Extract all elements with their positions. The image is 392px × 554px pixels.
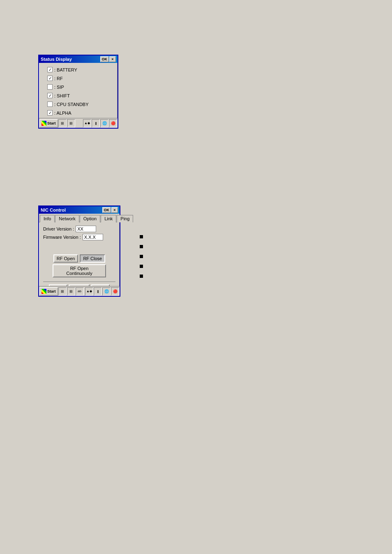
battery-row: : BATTERY bbox=[47, 67, 109, 72]
taskbar-item-1b[interactable]: ⊞ bbox=[67, 119, 75, 127]
start-button-1[interactable]: Start bbox=[39, 119, 58, 127]
taskbar-icon-1b: ⊞ bbox=[69, 121, 73, 125]
taskbar-item-1a[interactable]: ⊞ bbox=[58, 119, 67, 127]
status-display-window: Status Display OK × : BATTERY : RF : SIP… bbox=[38, 55, 118, 129]
tab-info[interactable]: Info bbox=[40, 215, 55, 222]
firmware-version-input[interactable] bbox=[83, 234, 103, 240]
alpha-row: : ALPHA bbox=[47, 110, 109, 115]
nic-control-titlebar: NIC Control OK × bbox=[39, 206, 120, 214]
cpu-standby-row: : CPU STANDBY bbox=[47, 102, 109, 107]
nic-control-window: NIC Control OK × Info Network Option Lin… bbox=[38, 205, 120, 297]
bullet-icon-4 bbox=[140, 265, 143, 268]
rf-open-continuously-row: RF Open Continuously bbox=[43, 264, 115, 277]
nic-titlebar-close-button[interactable]: × bbox=[111, 207, 118, 213]
driver-version-row: Driver Version : bbox=[43, 226, 115, 232]
bullet-icon-5 bbox=[140, 275, 143, 278]
taskbar-item-1f[interactable]: 🔴 bbox=[109, 119, 117, 127]
battery-label: : BATTERY bbox=[54, 67, 77, 72]
sip-row: : SIP bbox=[47, 84, 109, 90]
nic-titlebar-ok-button[interactable]: OK bbox=[102, 207, 111, 213]
status-display-titlebar: Status Display OK × bbox=[39, 55, 118, 63]
rf-row: : RF bbox=[47, 76, 109, 81]
status-display-taskbar: Start ⊞ ⊞ ▲◆ ||| 🌐 🔴 bbox=[39, 118, 118, 128]
tab-link[interactable]: Link bbox=[101, 215, 116, 222]
cpu-standby-checkbox[interactable] bbox=[47, 102, 53, 107]
taskbar-item-2f[interactable]: 🌐 bbox=[102, 287, 111, 295]
rf-open-continuously-button[interactable]: RF Open Continuously bbox=[53, 264, 106, 277]
taskbar-item-2b[interactable]: ⊞ bbox=[67, 287, 75, 295]
rf-close-button[interactable]: RF Close bbox=[80, 254, 105, 263]
side-notes bbox=[140, 234, 145, 284]
rf-label: : RF bbox=[54, 76, 63, 81]
bullet-item-5 bbox=[140, 274, 145, 278]
tab-option[interactable]: Option bbox=[80, 215, 100, 222]
firmware-version-label: Firmware Version : bbox=[43, 235, 81, 240]
start-label-1: Start bbox=[47, 121, 56, 125]
sip-checkbox[interactable] bbox=[47, 84, 53, 90]
taskbar-item-2d[interactable]: ▲◆ bbox=[85, 287, 93, 295]
titlebar-close-button[interactable]: × bbox=[109, 56, 116, 62]
titlebar-buttons: OK × bbox=[100, 56, 116, 62]
bullet-item-1 bbox=[140, 234, 145, 238]
taskbar-icon-1e: 🌐 bbox=[102, 121, 107, 125]
alpha-label: : ALPHA bbox=[54, 111, 71, 115]
taskbar-icon-1c: ▲◆ bbox=[84, 121, 90, 125]
nic-info-content: Driver Version : Firmware Version : RF O… bbox=[39, 222, 120, 296]
bullet-item-4 bbox=[140, 264, 145, 268]
start-icon-2 bbox=[42, 289, 46, 294]
taskbar-icon-2f: 🌐 bbox=[104, 289, 109, 293]
tab-network[interactable]: Network bbox=[55, 215, 79, 222]
taskbar-icon-2g: 🔴 bbox=[113, 289, 118, 293]
signal-icon-1: ||| bbox=[95, 121, 96, 125]
taskbar-icon-1a: ⊞ bbox=[61, 121, 64, 125]
taskbar-item-2g[interactable]: 🔴 bbox=[111, 287, 119, 295]
titlebar-ok-button[interactable]: OK bbox=[100, 56, 109, 62]
taskbar-item-1d[interactable]: ||| bbox=[92, 119, 100, 127]
taskbar-item-2c[interactable]: ab bbox=[76, 287, 84, 295]
status-display-title: Status Display bbox=[41, 57, 72, 62]
nic-control-title: NIC Control bbox=[41, 208, 66, 212]
rf-buttons-row: RF Open RF Close bbox=[43, 254, 115, 263]
taskbar-icon-2c: ab bbox=[78, 289, 81, 293]
bullet-icon-3 bbox=[140, 255, 143, 258]
shift-label: : SHIFT bbox=[54, 93, 70, 98]
taskbar-icon-2d: ▲◆ bbox=[86, 289, 92, 293]
rf-open-button[interactable]: RF Open bbox=[53, 254, 78, 263]
cpu-standby-label: : CPU STANDBY bbox=[54, 102, 89, 107]
taskbar-item-2a[interactable]: ⊞ bbox=[58, 287, 67, 295]
taskbar-icon-1f: 🔴 bbox=[111, 121, 115, 125]
driver-version-label: Driver Version : bbox=[43, 226, 74, 231]
taskbar-item-1c[interactable]: ▲◆ bbox=[83, 119, 91, 127]
taskbar-item-1e[interactable]: 🌐 bbox=[100, 119, 108, 127]
rf-checkbox[interactable] bbox=[47, 76, 53, 81]
start-button-2[interactable]: Start bbox=[39, 287, 58, 295]
firmware-version-row: Firmware Version : bbox=[43, 234, 115, 240]
bullet-icon-1 bbox=[140, 235, 143, 238]
bullet-icon-2 bbox=[140, 245, 143, 248]
battery-checkbox[interactable] bbox=[47, 67, 53, 72]
nic-tab-bar: Info Network Option Link Ping bbox=[39, 214, 120, 222]
taskbar-icon-2a: ⊞ bbox=[61, 289, 64, 293]
sip-label: : SIP bbox=[54, 85, 64, 90]
bullet-item-2 bbox=[140, 244, 145, 248]
bullet-item-3 bbox=[140, 254, 145, 258]
tab-ping[interactable]: Ping bbox=[117, 215, 133, 222]
signal-icon-2: ||| bbox=[97, 289, 98, 293]
alpha-checkbox[interactable] bbox=[47, 110, 53, 115]
start-label-2: Start bbox=[47, 289, 56, 293]
taskbar-icon-2b: ⊞ bbox=[69, 289, 73, 293]
shift-checkbox[interactable] bbox=[47, 93, 53, 98]
shift-row: : SHIFT bbox=[47, 93, 109, 98]
start-icon-1 bbox=[42, 121, 46, 126]
nic-titlebar-buttons: OK × bbox=[102, 207, 118, 213]
nic-taskbar: Start ⊞ ⊞ ab ▲◆ ||| 🌐 🔴 bbox=[39, 286, 120, 296]
driver-version-input[interactable] bbox=[76, 226, 96, 232]
taskbar-item-2e[interactable]: ||| bbox=[94, 287, 102, 295]
